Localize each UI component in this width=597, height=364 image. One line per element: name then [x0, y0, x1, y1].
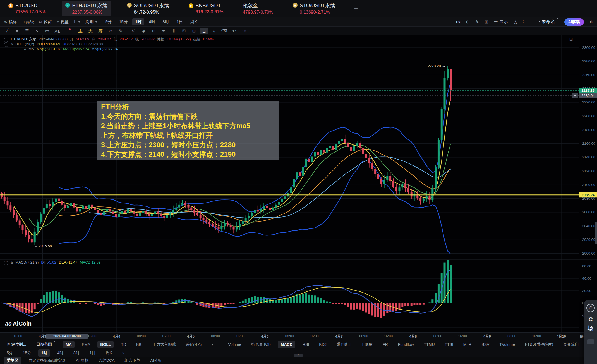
footer-item-8时[interactable]: 8时: [71, 349, 82, 357]
display-menu[interactable]: ☰ 显示: [494, 19, 508, 25]
footer-item-BOLL[interactable]: BOLL: [97, 341, 114, 348]
replay-button[interactable]: «复盘: [57, 19, 69, 25]
footer-item-Volume[interactable]: Volume: [225, 341, 244, 348]
target-icon[interactable]: ◎: [514, 19, 517, 25]
footer-item-BBI[interactable]: BBI: [133, 341, 145, 348]
footer-item-持仓量 (OI)[interactable]: 持仓量 (OI): [248, 341, 274, 348]
footer-item-自定义指标/回测/实盘[interactable]: 自定义指标/回测/实盘: [26, 357, 69, 364]
refresh-timer[interactable]: 0s: [456, 20, 460, 24]
tab-伦敦金[interactable]: 伦敦金4798.97-0.70%: [239, 1, 277, 16]
footer-item-1时[interactable]: 1时: [38, 349, 50, 357]
big-order-icon[interactable]: 大: [86, 28, 95, 34]
period-周K[interactable]: 周K: [187, 18, 200, 25]
quick-trade-plus-button[interactable]: +: [572, 93, 578, 98]
analysis-note[interactable]: ETH分析1.今天的方向：震荡行情偏下跌2.当前走势：上涨至1小时布林带上轨线下…: [97, 101, 279, 160]
text-icon[interactable]: Aa: [53, 28, 61, 34]
locate-button[interactable]: ⚑ 定位到...: [4, 341, 29, 348]
brush-icon[interactable]: ✎: [116, 28, 125, 34]
refresh-icon[interactable]: ⟳: [106, 28, 115, 34]
main-force-icon[interactable]: 主: [76, 28, 85, 34]
magnet-icon[interactable]: Ω: [200, 28, 208, 34]
time-axis[interactable]: 16:004月316:004月408:0016:004月508:0016:004…: [0, 332, 597, 340]
footer-item-周K[interactable]: 周K: [103, 349, 115, 357]
side-drawer-panel[interactable]: @ C 场: [584, 300, 597, 364]
footer-item-RSI[interactable]: RSI: [300, 341, 312, 348]
expand-footer-button[interactable]: ⌃: [294, 354, 303, 357]
footer-item-MLR[interactable]: MLR: [461, 341, 474, 348]
footer-item-委单区[interactable]: 委单区: [4, 357, 21, 364]
zoom-in-icon[interactable]: ⊕: [150, 28, 158, 34]
chart-area[interactable]: 2300.002280.002260.002240.002220.002200.…: [0, 35, 597, 340]
footer-item-AI 网格[interactable]: AI 网格: [73, 357, 91, 364]
add-symbol-button[interactable]: +: [354, 5, 358, 13]
footer-item-组合下单[interactable]: 组合下单: [122, 357, 143, 364]
trash-icon[interactable]: ⌫: [220, 28, 228, 34]
period-8时[interactable]: 8时: [160, 18, 172, 25]
chips-icon[interactable]: 筹: [96, 28, 105, 34]
price-chart-svg[interactable]: 2300.002280.002260.002240.002220.002200.…: [0, 35, 597, 332]
collapse-chevron-icon[interactable]: ˇ: [4, 42, 8, 47]
footer-item-资金流向[interactable]: 资金流向: [560, 341, 582, 348]
tab-ETH/USDT永续[interactable]: ΞETH/USDT永续2237.35-0.08%: [62, 1, 111, 16]
pen-tool-icon[interactable]: ✒: [160, 28, 168, 34]
footer-item-TVolume[interactable]: TVolume: [497, 341, 517, 348]
footer-item-4时[interactable]: 4时: [54, 349, 66, 357]
period-15分[interactable]: 15分: [116, 18, 131, 25]
camera-icon[interactable]: ⊙: [466, 19, 469, 25]
advanced-button[interactable]: □高级: [22, 19, 34, 25]
tab-BNB/USDT[interactable]: ◆BNB/USDT616.22-0.61%: [185, 1, 227, 16]
footer-item-TTSI[interactable]: TTSI: [442, 341, 456, 348]
tab-BTC/USDT[interactable]: ₿BTC/USDT71556.17-0.5%: [5, 1, 49, 16]
footer-item-EMA[interactable]: EMA: [79, 341, 93, 348]
period-1日[interactable]: 1日: [174, 18, 186, 25]
footer-item-15分[interactable]: 15分: [20, 349, 34, 357]
footer-item-FTBS(币种维度)[interactable]: FTBS(币种维度): [522, 341, 556, 348]
pencil-icon[interactable]: ╱: [3, 28, 11, 34]
collapse-chevron-icon[interactable]: ˇ: [4, 261, 8, 265]
list-icon[interactable]: ☰: [23, 28, 31, 34]
footer-item-合约DCA[interactable]: 合约DCA: [96, 357, 118, 364]
alert-bell-icon[interactable]: Δ: [11, 42, 13, 46]
footer-item-1日[interactable]: 1日: [87, 349, 99, 357]
footer-item-MACD[interactable]: MACD: [278, 341, 295, 348]
panel-button[interactable]: [587, 339, 594, 344]
arrow-icon[interactable]: ↖: [33, 28, 41, 34]
footer-item-FR[interactable]: FR: [380, 341, 391, 348]
footer-item-LSUR[interactable]: LSUR: [359, 341, 375, 348]
footer-item-×[interactable]: ×: [119, 350, 127, 356]
period-menu[interactable]: 周期: [85, 19, 97, 25]
undo-icon[interactable]: ↶: [230, 28, 238, 34]
footer-item-TD[interactable]: TD: [118, 341, 129, 348]
ai-analysis-button[interactable]: AI解读: [564, 18, 584, 26]
footer-item-BSV[interactable]: BSV: [479, 341, 492, 348]
more-icon[interactable]: ⋯: [63, 28, 71, 34]
footer-item-MA[interactable]: MA: [63, 341, 75, 348]
chart-settings-icon[interactable]: ⊡: [569, 37, 573, 42]
footer-item-筹码分布[interactable]: 筹码分布: [183, 341, 205, 348]
filter-icon[interactable]: ▽: [210, 28, 218, 34]
pencil-icon[interactable]: ✎: [475, 19, 479, 25]
footer-item-›[interactable]: ›: [209, 341, 216, 348]
footer-item-5分[interactable]: 5分: [4, 349, 16, 357]
period-1时[interactable]: 1时: [132, 18, 144, 25]
note-icon[interactable]: ⊞: [190, 28, 198, 34]
rect-icon[interactable]: ▭: [43, 28, 51, 34]
alert-bell-icon[interactable]: Δ: [24, 47, 26, 51]
footer-item-爆仓统计[interactable]: 爆仓统计: [334, 341, 355, 348]
scrollbar-thumb[interactable]: [595, 222, 597, 244]
collapse-chevron-icon[interactable]: ˇ: [4, 38, 8, 42]
multi-window-button[interactable]: ⧉多窗: [39, 19, 52, 25]
period-5分[interactable]: 5分: [102, 18, 114, 25]
fullscreen-icon[interactable]: ⛶: [523, 19, 526, 25]
lines-icon[interactable]: ≡: [13, 28, 21, 34]
redo-icon[interactable]: ↷: [240, 28, 248, 34]
period-4时[interactable]: 4时: [146, 18, 158, 25]
footer-item-主力大单跟踪[interactable]: 主力大单跟踪: [150, 341, 179, 348]
lock-icon[interactable]: ⚿: [180, 28, 188, 34]
alert-bell-icon[interactable]: Δ: [11, 261, 13, 264]
footer-item-TTMU[interactable]: TTMU: [421, 341, 438, 348]
layout-select[interactable]: ◔ 未命名: [538, 19, 558, 25]
candle-style-select[interactable]: ⫴: [74, 20, 80, 24]
eraser-icon[interactable]: ◈: [140, 28, 148, 34]
compare-icon[interactable]: ⫴: [170, 28, 178, 34]
